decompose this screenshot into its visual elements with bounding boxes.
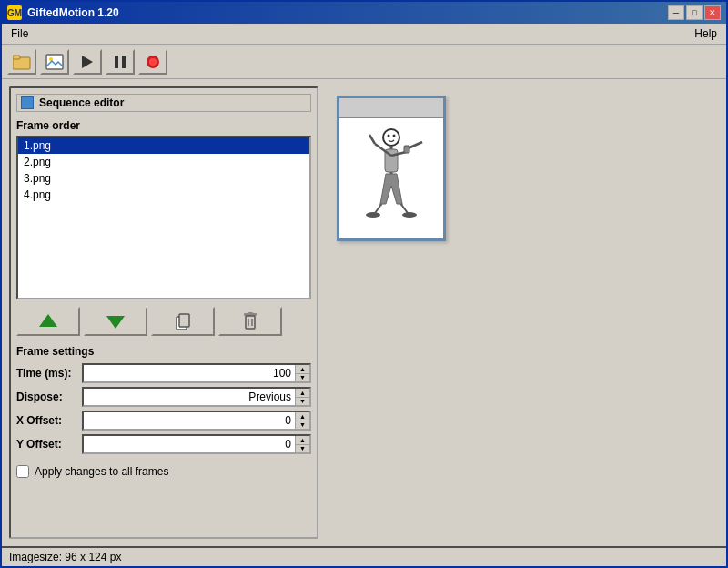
apply-label: Apply changes to all frames (35, 465, 168, 478)
move-up-button[interactable] (16, 307, 80, 336)
delete-icon (239, 310, 261, 332)
y-offset-input-wrap: ▲ ▼ (82, 434, 311, 454)
panel-header: Sequence editor (16, 94, 311, 112)
x-offset-row: X Offset: ▲ ▼ (16, 411, 311, 431)
dispose-input-wrap: ▲ ▼ (82, 387, 311, 407)
arrow-down-icon (105, 310, 126, 332)
svg-line-29 (375, 206, 380, 213)
stick-figure-image (355, 124, 428, 233)
time-down-button[interactable]: ▼ (296, 374, 309, 382)
y-offset-spinner: ▲ ▼ (295, 436, 309, 452)
svg-line-24 (369, 135, 375, 144)
statusbar: Imagesize: 96 x 124 px (2, 546, 726, 566)
window-title: GiftedMotion 1.20 (27, 6, 119, 19)
pause-icon (111, 54, 129, 70)
pause-button[interactable] (106, 49, 135, 75)
svg-point-18 (383, 129, 399, 146)
apply-checkbox[interactable] (16, 465, 29, 478)
list-item[interactable]: 1.png (18, 137, 309, 154)
x-offset-input[interactable] (84, 412, 295, 429)
svg-point-32 (366, 212, 380, 218)
svg-rect-14 (246, 316, 255, 329)
arrow-up-icon (37, 310, 59, 332)
copy-button[interactable] (151, 307, 215, 336)
svg-marker-9 (39, 314, 57, 327)
svg-point-19 (388, 135, 390, 137)
app-icon: GM (7, 5, 22, 20)
minimize-button[interactable]: ─ (668, 5, 684, 20)
image-button[interactable] (40, 49, 69, 75)
record-icon (144, 54, 162, 70)
titlebar-left: GM GiftedMotion 1.20 (7, 5, 119, 20)
svg-rect-5 (115, 56, 118, 68)
time-input-wrap: ▲ ▼ (82, 363, 311, 383)
svg-rect-2 (46, 55, 63, 69)
dispose-down-button[interactable]: ▼ (296, 398, 309, 406)
status-text: Imagesize: 96 x 124 px (9, 551, 121, 563)
record-button[interactable] (138, 49, 167, 75)
frame-list[interactable]: 1.png 2.png 3.png 4.png (16, 136, 311, 299)
menu-help[interactable]: Help (689, 25, 723, 42)
svg-point-8 (149, 58, 157, 66)
copy-icon (172, 310, 194, 332)
dispose-spinner: ▲ ▼ (295, 389, 309, 405)
y-offset-input[interactable] (84, 436, 295, 452)
delete-button[interactable] (218, 307, 282, 336)
list-item[interactable]: 4.png (18, 187, 309, 203)
main-window: GM GiftedMotion 1.20 ─ □ ✕ File Help (0, 0, 728, 568)
svg-point-20 (393, 135, 396, 137)
x-offset-input-wrap: ▲ ▼ (82, 411, 311, 431)
sequence-editor-title: Sequence editor (39, 96, 124, 109)
svg-rect-12 (179, 314, 189, 327)
open-button[interactable] (7, 49, 36, 75)
time-up-button[interactable]: ▲ (296, 365, 309, 374)
dispose-label: Dispose: (16, 390, 82, 403)
svg-marker-10 (106, 316, 125, 329)
frame-order-label: Frame order (16, 119, 311, 132)
time-label: Time (ms): (16, 367, 82, 380)
x-offset-up-button[interactable]: ▲ (296, 412, 309, 421)
svg-rect-6 (122, 56, 126, 68)
main-content: Sequence editor Frame order 1.png 2.png … (2, 79, 726, 546)
time-row: Time (ms): ▲ ▼ (16, 363, 311, 383)
list-item[interactable]: 3.png (18, 170, 309, 187)
toolbar (2, 45, 726, 79)
y-offset-label: Y Offset: (16, 438, 82, 451)
svg-marker-4 (82, 56, 93, 68)
time-input[interactable] (84, 365, 295, 381)
svg-rect-1 (13, 56, 20, 59)
y-offset-up-button[interactable]: ▲ (296, 436, 309, 445)
svg-line-31 (402, 206, 408, 213)
play-icon (78, 54, 96, 70)
left-panel: Sequence editor Frame order 1.png 2.png … (9, 86, 318, 539)
x-offset-spinner: ▲ ▼ (295, 412, 309, 429)
dispose-up-button[interactable]: ▲ (296, 389, 309, 398)
svg-point-33 (402, 212, 417, 218)
preview-body (339, 118, 443, 238)
apply-checkbox-row: Apply changes to all frames (16, 465, 311, 478)
preview-frame (337, 96, 446, 241)
y-offset-row: Y Offset: ▲ ▼ (16, 434, 311, 454)
image-icon (46, 54, 64, 70)
play-button[interactable] (73, 49, 102, 75)
time-spinner: ▲ ▼ (295, 365, 309, 381)
x-offset-label: X Offset: (16, 414, 82, 427)
svg-rect-17 (248, 312, 253, 315)
move-down-button[interactable] (84, 307, 147, 336)
list-item[interactable]: 2.png (18, 154, 309, 170)
x-offset-down-button[interactable]: ▼ (296, 421, 309, 430)
titlebar-buttons: ─ □ ✕ (668, 5, 721, 20)
panel-header-icon (21, 96, 34, 109)
menubar: File Help (2, 24, 726, 45)
action-buttons (16, 307, 311, 336)
menu-file[interactable]: File (5, 25, 34, 42)
titlebar: GM GiftedMotion 1.20 ─ □ ✕ (2, 2, 726, 24)
close-button[interactable]: ✕ (704, 5, 721, 20)
frame-settings-label: Frame settings (16, 345, 311, 358)
maximize-button[interactable]: □ (686, 5, 703, 20)
svg-rect-27 (404, 146, 410, 153)
y-offset-down-button[interactable]: ▼ (296, 445, 309, 453)
open-icon (13, 54, 31, 70)
dispose-input[interactable] (84, 389, 295, 405)
right-panel (328, 86, 719, 539)
